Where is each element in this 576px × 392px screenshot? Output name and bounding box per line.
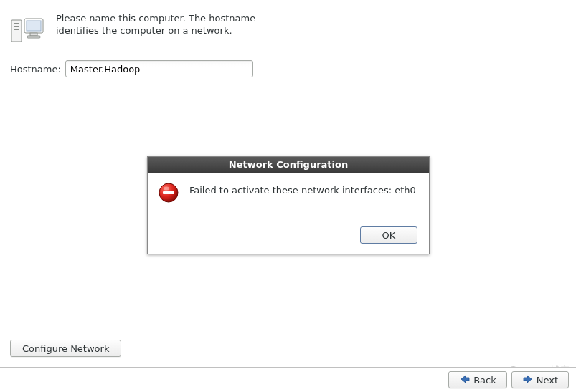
hostname-row: Hostname:: [10, 60, 253, 77]
arrow-left-icon: [459, 374, 471, 386]
hostname-input[interactable]: [65, 60, 253, 77]
next-button[interactable]: Next: [511, 371, 569, 388]
dialog-title: Network Configuration: [148, 157, 429, 173]
computer-network-icon: [10, 16, 44, 44]
svg-rect-3: [14, 29, 19, 30]
back-button-label: Back: [473, 375, 496, 386]
svg-rect-9: [163, 191, 174, 194]
svg-rect-1: [14, 23, 19, 24]
dialog-message: Failed to activate these network interfa…: [189, 183, 416, 196]
configure-network-button[interactable]: Configure Network: [10, 340, 121, 357]
instruction-text: Please name this computer. The hostname …: [56, 13, 257, 37]
dialog-actions: OK: [158, 226, 417, 244]
svg-point-10: [164, 187, 169, 191]
dialog-message-row: Failed to activate these network interfa…: [158, 183, 417, 219]
dialog-body: Failed to activate these network interfa…: [148, 173, 429, 254]
wizard-nav-bar: Back Next: [0, 367, 576, 392]
back-button[interactable]: Back: [448, 371, 507, 388]
svg-rect-7: [27, 36, 40, 38]
network-configuration-dialog: Network Configuration Failed: [147, 156, 430, 254]
error-icon: [158, 182, 179, 204]
instruction-row: Please name this computer. The hostname …: [10, 13, 257, 44]
hostname-label: Hostname:: [10, 64, 61, 75]
svg-rect-6: [30, 33, 37, 36]
arrow-right-icon: [522, 374, 534, 386]
ok-button[interactable]: OK: [360, 226, 417, 244]
next-button-label: Next: [537, 375, 558, 386]
svg-rect-5: [27, 21, 41, 31]
svg-rect-2: [14, 26, 19, 27]
